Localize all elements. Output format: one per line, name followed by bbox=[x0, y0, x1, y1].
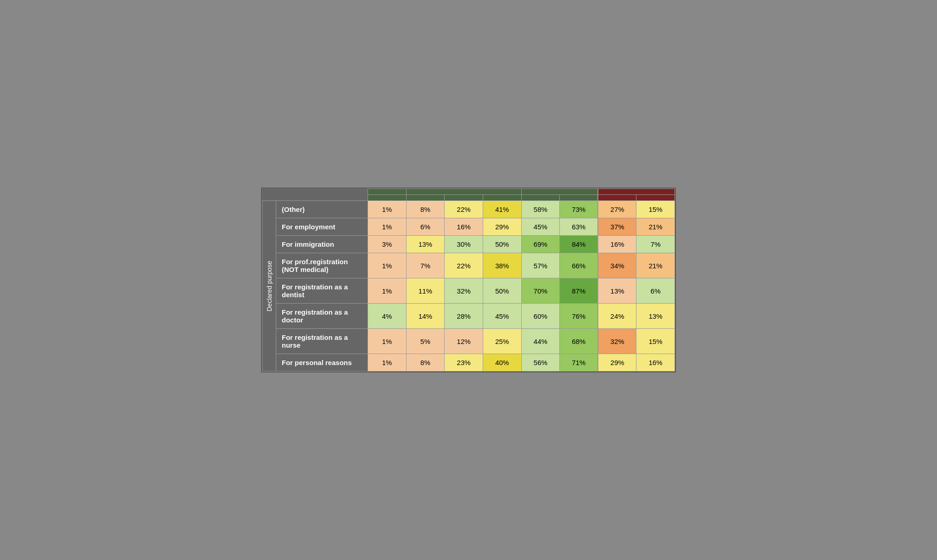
cell-r0-c0: 1% bbox=[368, 201, 407, 218]
cell-r7-c5: 71% bbox=[560, 354, 598, 371]
cell-r5-c5: 76% bbox=[560, 304, 598, 329]
cell-r6-c5: 68% bbox=[560, 329, 598, 354]
band-85 bbox=[368, 195, 407, 201]
band-lt6 bbox=[598, 195, 636, 201]
cell-r4-c4: 70% bbox=[521, 278, 560, 304]
cell-r7-c2: 23% bbox=[445, 354, 483, 371]
cell-r4-c7: 6% bbox=[636, 278, 675, 304]
cell-r0-c4: 58% bbox=[521, 201, 560, 218]
cell-r6-c0: 1% bbox=[368, 329, 407, 354]
cell-r3-c7: 21% bbox=[636, 253, 675, 278]
main-table-wrapper: Declared purpose(Other)1%8%22%41%58%73%2… bbox=[261, 188, 676, 372]
cell-r5-c6: 24% bbox=[598, 304, 636, 329]
cell-r2-c6: 16% bbox=[598, 236, 636, 253]
cell-r2-c1: 13% bbox=[406, 236, 445, 253]
cell-r2-c2: 30% bbox=[445, 236, 483, 253]
cell-r4-c0: 1% bbox=[368, 278, 407, 304]
cell-r6-c6: 32% bbox=[598, 329, 636, 354]
side-label: Declared purpose bbox=[262, 201, 276, 371]
row-label-5: For registration as a doctor bbox=[276, 304, 368, 329]
cell-r5-c2: 28% bbox=[445, 304, 483, 329]
cell-r0-c5: 73% bbox=[560, 201, 598, 218]
cell-r2-c3: 50% bbox=[483, 236, 521, 253]
cell-r1-c3: 29% bbox=[483, 218, 521, 236]
cell-r7-c4: 56% bbox=[521, 354, 560, 371]
cell-r4-c1: 11% bbox=[406, 278, 445, 304]
cell-r4-c6: 13% bbox=[598, 278, 636, 304]
group-b2 bbox=[521, 189, 598, 195]
cell-r0-c7: 15% bbox=[636, 201, 675, 218]
cell-r2-c0: 3% bbox=[368, 236, 407, 253]
band-7 bbox=[483, 195, 521, 201]
cell-r4-c3: 50% bbox=[483, 278, 521, 304]
cell-r2-c7: 7% bbox=[636, 236, 675, 253]
cell-r1-c6: 37% bbox=[598, 218, 636, 236]
group-b1 bbox=[598, 189, 675, 195]
cell-r7-c0: 1% bbox=[368, 354, 407, 371]
cell-r7-c3: 40% bbox=[483, 354, 521, 371]
cell-r1-c5: 63% bbox=[560, 218, 598, 236]
cell-r1-c0: 1% bbox=[368, 218, 407, 236]
cell-r1-c7: 21% bbox=[636, 218, 675, 236]
cell-r6-c2: 12% bbox=[445, 329, 483, 354]
general-band-label bbox=[262, 195, 368, 201]
band-75 bbox=[445, 195, 483, 201]
cell-r0-c6: 27% bbox=[598, 201, 636, 218]
cell-r3-c1: 7% bbox=[406, 253, 445, 278]
cell-r3-c4: 57% bbox=[521, 253, 560, 278]
row-label-1: For employment bbox=[276, 218, 368, 236]
cell-r6-c3: 25% bbox=[483, 329, 521, 354]
row-label-6: For registration as a nurse bbox=[276, 329, 368, 354]
cell-r5-c1: 14% bbox=[406, 304, 445, 329]
cell-r0-c2: 22% bbox=[445, 201, 483, 218]
cell-r3-c3: 38% bbox=[483, 253, 521, 278]
cell-r1-c2: 16% bbox=[445, 218, 483, 236]
band-6 bbox=[560, 195, 598, 201]
band-8 bbox=[406, 195, 445, 201]
row-label-0: (Other) bbox=[276, 201, 368, 218]
group-c2 bbox=[368, 189, 407, 195]
cell-r5-c7: 13% bbox=[636, 304, 675, 329]
cell-r1-c4: 45% bbox=[521, 218, 560, 236]
cell-r3-c0: 1% bbox=[368, 253, 407, 278]
cell-r6-c4: 44% bbox=[521, 329, 560, 354]
row-label-3: For prof.registration (NOT medical) bbox=[276, 253, 368, 278]
cell-r5-c4: 60% bbox=[521, 304, 560, 329]
group-c1 bbox=[406, 189, 521, 195]
band-65 bbox=[521, 195, 560, 201]
cell-r5-c3: 45% bbox=[483, 304, 521, 329]
cell-r6-c7: 15% bbox=[636, 329, 675, 354]
cell-r2-c5: 84% bbox=[560, 236, 598, 253]
cell-r1-c1: 6% bbox=[406, 218, 445, 236]
row-label-4: For registration as a dentist bbox=[276, 278, 368, 304]
cell-r3-c6: 34% bbox=[598, 253, 636, 278]
cell-r4-c5: 87% bbox=[560, 278, 598, 304]
cell-r3-c2: 22% bbox=[445, 253, 483, 278]
cell-r0-c3: 41% bbox=[483, 201, 521, 218]
row-label-7: For personal reasons bbox=[276, 354, 368, 371]
cell-r5-c0: 4% bbox=[368, 304, 407, 329]
band-lt55 bbox=[636, 195, 675, 201]
cell-r7-c7: 16% bbox=[636, 354, 675, 371]
cell-r2-c4: 69% bbox=[521, 236, 560, 253]
cell-r7-c1: 8% bbox=[406, 354, 445, 371]
row-label-2: For immigration bbox=[276, 236, 368, 253]
watermark bbox=[262, 189, 368, 195]
cell-r0-c1: 8% bbox=[406, 201, 445, 218]
cell-r7-c6: 29% bbox=[598, 354, 636, 371]
cell-r6-c1: 5% bbox=[406, 329, 445, 354]
cell-r3-c5: 66% bbox=[560, 253, 598, 278]
cell-r4-c2: 32% bbox=[445, 278, 483, 304]
